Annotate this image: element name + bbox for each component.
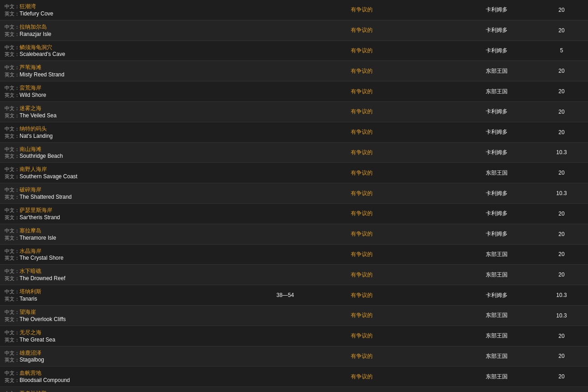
- table-row: 中文：芦苇海滩 英文：Misty Reed Strand 有争议的东部王国20: [0, 61, 588, 81]
- status-badge: 有争议的: [351, 292, 373, 298]
- name-chinese: 中文：芦苇海滩: [5, 64, 242, 71]
- name-english-line: 英文：The Veiled Sea: [5, 112, 242, 119]
- level-range: 38—54: [276, 292, 294, 298]
- faction-cell: 卡利姆多: [458, 101, 535, 122]
- status-badge: 有争议的: [351, 47, 373, 54]
- status-badge: 有争议的: [351, 149, 373, 156]
- name-cell: 中文：蛮荒海岸 英文：Wild Shore: [0, 81, 247, 102]
- status-cell: 有争议的: [324, 203, 400, 224]
- empty-cell: [400, 142, 458, 163]
- faction-label: 东部王国: [486, 271, 508, 278]
- empty-cell: [400, 0, 458, 20]
- status-badge: 有争议的: [351, 231, 373, 237]
- name-english-line: 英文：The Great Sea: [5, 337, 242, 343]
- table-row: 中文：南山海滩 英文：Southridge Beach 有争议的卡利姆多10.3: [0, 142, 588, 163]
- num-cell: 10.3: [535, 387, 588, 392]
- faction-cell: 卡利姆多: [458, 142, 535, 163]
- num-value: 10.3: [556, 190, 567, 196]
- name-english-line: 英文：Bloodsail Compound: [5, 377, 242, 384]
- status-cell: 有争议的: [324, 183, 400, 204]
- faction-label: 卡利姆多: [486, 190, 508, 196]
- faction-cell: 卡利姆多: [458, 20, 535, 40]
- en-prefix: 英文：: [5, 357, 20, 362]
- num-value: 10.3: [556, 312, 567, 319]
- num-value: 20: [558, 109, 564, 115]
- level-range-cell: [247, 346, 323, 367]
- en-prefix: 英文：: [5, 174, 20, 179]
- cn-prefix: 中文：: [5, 187, 20, 192]
- name-chinese: 中文：鳞须海龟洞穴: [5, 44, 242, 51]
- num-value: 20: [558, 333, 564, 339]
- en-prefix: 英文：: [5, 296, 20, 302]
- faction-cell: 东部王国: [458, 265, 535, 285]
- en-prefix: 英文：: [5, 11, 20, 16]
- level-range-cell: [247, 326, 323, 346]
- status-badge: 有争议的: [351, 271, 373, 278]
- name-english-line: 英文：Misty Reed Strand: [5, 71, 242, 78]
- faction-cell: 卡利姆多: [458, 40, 535, 61]
- name-chinese: 中文：望海崖: [5, 308, 242, 316]
- num-cell: 5: [535, 40, 588, 61]
- en-prefix: 英文：: [5, 51, 20, 57]
- num-value: 20: [558, 271, 564, 278]
- empty-cell: [400, 61, 458, 81]
- name-english-line: 英文：Theramore Isle: [5, 235, 242, 241]
- num-cell: 20: [535, 163, 588, 183]
- name-cell: 中文：芦苇海滩 英文：Misty Reed Strand: [0, 61, 247, 81]
- faction-cell: 东部王国: [458, 61, 535, 81]
- name-cell: 中文：亚考兰神殿 英文：Temple of Arkkoran: [0, 387, 247, 392]
- faction-cell: 东部王国: [458, 244, 535, 265]
- status-cell: 有争议的: [324, 122, 400, 142]
- name-cell: 中文：血帆营地 英文：Bloodsail Compound: [0, 367, 247, 387]
- level-range-cell: [247, 367, 323, 387]
- name-english: Southern Savage Coast: [20, 173, 77, 180]
- name-cell: 中文：雄鹿沼泽 英文：Stagalbog: [0, 346, 247, 367]
- name-cell: 中文：塞拉摩岛 英文：Theramore Isle: [0, 224, 247, 244]
- name-cell: 中文：塔纳利斯 英文：Tanaris: [0, 285, 247, 306]
- faction-label: 东部王国: [486, 373, 508, 380]
- level-range-cell: [247, 183, 323, 204]
- name-chinese: 中文：萨瑟里斯海岸: [5, 206, 242, 214]
- num-cell: 20: [535, 101, 588, 122]
- name-english-line: 英文：Wild Shore: [5, 92, 242, 99]
- en-prefix: 英文：: [5, 92, 20, 98]
- empty-cell: [400, 101, 458, 122]
- faction-cell: 卡利姆多: [458, 224, 535, 244]
- status-badge: 有争议的: [351, 251, 373, 257]
- name-cell: 中文：南野人海岸 英文：Southern Savage Coast: [0, 163, 247, 183]
- empty-cell: [400, 81, 458, 102]
- num-cell: 20: [535, 346, 588, 367]
- faction-label: 东部王国: [486, 88, 508, 95]
- name-cell: 中文：水下暗礁 英文：The Drowned Reef: [0, 265, 247, 285]
- num-cell: 20: [535, 367, 588, 387]
- cn-prefix: 中文：: [5, 289, 20, 294]
- faction-label: 卡利姆多: [486, 108, 508, 115]
- table-row: 中文：蛮荒海岸 英文：Wild Shore 有争议的东部王国20: [0, 81, 588, 102]
- status-cell: 有争议的: [324, 265, 400, 285]
- cn-prefix: 中文：: [5, 106, 20, 111]
- name-chinese: 中文：拉纳加尔岛: [5, 23, 242, 31]
- table-row: 中文：塔纳利斯 英文：Tanaris 38—54有争议的卡利姆多10.3: [0, 285, 588, 306]
- name-english-line: 英文：Tanaris: [5, 296, 242, 302]
- status-badge: 有争议的: [351, 190, 373, 196]
- empty-cell: [400, 183, 458, 204]
- status-badge: 有争议的: [351, 210, 373, 216]
- empty-cell: [400, 265, 458, 285]
- en-prefix: 英文：: [5, 72, 20, 77]
- faction-label: 东部王国: [486, 312, 508, 318]
- status-cell: 有争议的: [324, 305, 400, 326]
- en-prefix: 英文：: [5, 133, 20, 139]
- faction-label: 卡利姆多: [486, 27, 508, 33]
- num-cell: 20: [535, 203, 588, 224]
- faction-cell: 东部王国: [458, 81, 535, 102]
- num-cell: 20: [535, 61, 588, 81]
- faction-label: 东部王国: [486, 332, 508, 339]
- name-cell: 中文：水晶海岸 英文：The Crystal Shore: [0, 244, 247, 265]
- status-cell: 有争议的: [324, 0, 400, 20]
- empty-cell: [400, 20, 458, 40]
- table-row: 中文：望海崖 英文：The Overlook Cliffs 有争议的东部王国10…: [0, 305, 588, 326]
- num-value: 20: [558, 353, 564, 359]
- status-badge: 有争议的: [351, 129, 373, 135]
- empty-cell: [400, 163, 458, 183]
- faction-cell: 东部王国: [458, 367, 535, 387]
